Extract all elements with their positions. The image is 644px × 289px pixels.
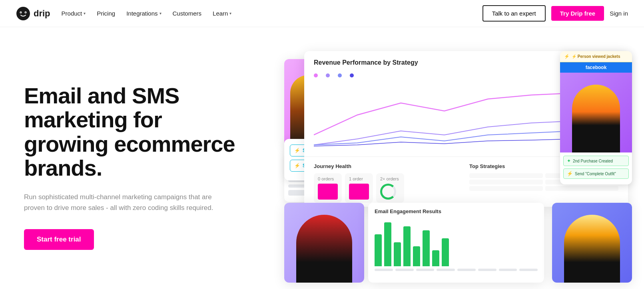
- drip-logo-icon: [16, 6, 30, 21]
- sign-in-button[interactable]: Sign in: [610, 10, 628, 17]
- talk-to-expert-button[interactable]: Talk to an expert: [483, 5, 546, 22]
- email-engagement-title: Email Engagement Results: [375, 208, 538, 214]
- bar-5: [413, 246, 420, 266]
- facebook-bar: facebook: [560, 62, 632, 73]
- hero-heading: Email and SMS marketing for growing ecom…: [24, 84, 248, 180]
- svg-point-4: [25, 12, 26, 13]
- start-free-trial-button[interactable]: Start free trial: [24, 229, 94, 250]
- order-bar-0: [318, 184, 338, 200]
- logo-text: drip: [34, 8, 50, 19]
- star-icon: ✦: [567, 158, 571, 164]
- bottom-person-background: [284, 203, 364, 283]
- nav-integrations[interactable]: Integrations ▾: [126, 10, 161, 17]
- legend-dot-dark-blue: [350, 73, 354, 77]
- nav-pricing[interactable]: Pricing: [97, 10, 115, 17]
- x-label: [519, 269, 538, 271]
- chevron-down-icon: ▾: [160, 11, 161, 16]
- order-0-column: 0 orders: [314, 173, 342, 203]
- nav-left: drip Product ▾ Pricing Integrations ▾ Cu…: [16, 6, 231, 21]
- complete-outfit-badge: ⚡ Send "Complete Outfit": [563, 168, 629, 179]
- email-engagement-card: Email Engagement Results: [368, 203, 544, 283]
- order-bar-1: [349, 184, 369, 200]
- person-top-card: ⚡ ⚡ Person viewed jackets facebook ✦ 2nd…: [560, 51, 632, 184]
- x-label: [437, 269, 455, 271]
- dashboard-mockup: ⚡ SMS Form Submitted ⚡ Send "Welcome cod…: [284, 51, 628, 283]
- card-badges: ✦ 2nd Purchase Created ⚡ Send "Complete …: [560, 152, 632, 184]
- svg-point-3: [20, 12, 21, 13]
- bar-1: [375, 234, 382, 266]
- bottom-right-background: [552, 203, 632, 283]
- navigation: drip Product ▾ Pricing Integrations ▾ Cu…: [0, 0, 644, 27]
- person-viewed-badge: ⚡ ⚡ Person viewed jackets: [560, 51, 632, 62]
- x-label: [416, 269, 435, 271]
- journey-health-section: Journey Health 0 orders 1 order 2+ order…: [314, 163, 463, 203]
- order-2plus-column: 2+ orders: [376, 173, 404, 203]
- order-columns: 0 orders 1 order 2+ orders: [314, 173, 463, 203]
- legend-dot-pink: [314, 73, 318, 77]
- nav-product[interactable]: Product ▾: [62, 10, 86, 17]
- engagement-bar-chart: [375, 218, 538, 266]
- nav-learn[interactable]: Learn ▾: [213, 10, 231, 17]
- hero-section: Email and SMS marketing for growing ecom…: [0, 27, 644, 289]
- x-label: [375, 269, 393, 271]
- nav-customers[interactable]: Customers: [173, 10, 202, 17]
- hero-subtext: Run sophisticated multi-channel marketin…: [24, 192, 216, 213]
- svg-point-0: [16, 7, 30, 20]
- person-image: [560, 73, 632, 152]
- lightning-icon: ⚡: [294, 163, 300, 168]
- bar-4: [403, 226, 411, 266]
- nav-right: Talk to an expert Try Drip free Sign in: [483, 5, 628, 22]
- second-purchase-badge: ✦ 2nd Purchase Created: [563, 156, 629, 166]
- x-label: [499, 269, 517, 271]
- try-drip-free-button[interactable]: Try Drip free: [551, 6, 604, 21]
- legend-dot-lavender: [326, 73, 330, 77]
- x-label: [457, 269, 476, 271]
- chevron-down-icon: ▾: [229, 11, 231, 16]
- person-silhouette: [572, 85, 620, 152]
- lightning-icon: ⚡: [564, 54, 570, 59]
- logo[interactable]: drip: [16, 6, 50, 21]
- lightning-icon: ⚡: [567, 171, 573, 176]
- bar-8: [442, 238, 449, 266]
- bottom-right-figure: [564, 215, 620, 283]
- strategy-row: [469, 186, 618, 191]
- hero-left: Email and SMS marketing for growing ecom…: [24, 84, 248, 250]
- chevron-down-icon: ▾: [84, 11, 86, 16]
- x-axis-labels: [375, 269, 538, 271]
- bar-7: [432, 250, 439, 266]
- person-bottom-left-card: [284, 203, 364, 283]
- bottom-person-figure: [296, 215, 352, 283]
- lightning-icon: ⚡: [294, 148, 300, 153]
- bar-6: [423, 230, 430, 266]
- bar-3: [394, 242, 401, 266]
- x-label: [395, 269, 414, 271]
- order-1-column: 1 order: [345, 173, 373, 203]
- legend-dot-blue: [338, 73, 342, 77]
- person-bottom-right-card: [552, 203, 632, 283]
- bar-2: [384, 222, 391, 266]
- x-label: [478, 269, 496, 271]
- donut-chart: [380, 184, 396, 200]
